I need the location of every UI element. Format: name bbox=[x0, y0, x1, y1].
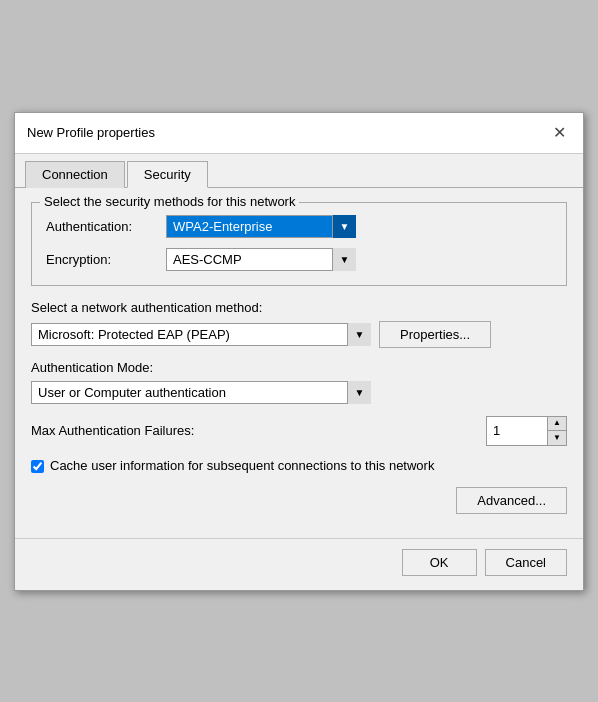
properties-button[interactable]: Properties... bbox=[379, 321, 491, 348]
network-auth-select-wrapper: Microsoft: Protected EAP (PEAP) Microsof… bbox=[31, 323, 371, 346]
dialog-title: New Profile properties bbox=[27, 125, 155, 140]
security-content: Select the security methods for this net… bbox=[15, 188, 583, 538]
tabs: Connection Security bbox=[15, 154, 583, 188]
spinner-up-button[interactable]: ▲ bbox=[548, 417, 566, 431]
tab-connection[interactable]: Connection bbox=[25, 161, 125, 188]
ok-button[interactable]: OK bbox=[402, 549, 477, 576]
spinner-down-button[interactable]: ▼ bbox=[548, 431, 566, 445]
encryption-label: Encryption: bbox=[46, 252, 166, 267]
max-failures-input[interactable] bbox=[487, 420, 547, 441]
network-auth-select[interactable]: Microsoft: Protected EAP (PEAP) Microsof… bbox=[31, 323, 371, 346]
cancel-button[interactable]: Cancel bbox=[485, 549, 567, 576]
security-methods-group: Select the security methods for this net… bbox=[31, 202, 567, 286]
advanced-button[interactable]: Advanced... bbox=[456, 487, 567, 514]
spinner-buttons: ▲ ▼ bbox=[547, 417, 566, 445]
auth-mode-section: Authentication Mode: User or Computer au… bbox=[31, 360, 567, 404]
tab-security[interactable]: Security bbox=[127, 161, 208, 188]
encryption-select-wrapper: AES-CCMP None TKIP ▼ bbox=[166, 248, 356, 271]
auth-mode-select[interactable]: User or Computer authentication User aut… bbox=[31, 381, 371, 404]
authentication-select[interactable]: WPA2-Enterprise Open WPA2-Personal bbox=[166, 215, 356, 238]
title-bar: New Profile properties ✕ bbox=[15, 113, 583, 154]
network-auth-label: Select a network authentication method: bbox=[31, 300, 567, 315]
auth-mode-label: Authentication Mode: bbox=[31, 360, 567, 375]
max-failures-label: Max Authentication Failures: bbox=[31, 423, 486, 438]
close-button[interactable]: ✕ bbox=[547, 121, 571, 145]
group-legend: Select the security methods for this net… bbox=[40, 194, 299, 209]
cache-label: Cache user information for subsequent co… bbox=[50, 458, 434, 473]
authentication-label: Authentication: bbox=[46, 219, 166, 234]
max-failures-row: Max Authentication Failures: ▲ ▼ bbox=[31, 416, 567, 446]
bottom-buttons: OK Cancel bbox=[15, 538, 583, 590]
dialog: New Profile properties ✕ Connection Secu… bbox=[14, 112, 584, 591]
encryption-row: Encryption: AES-CCMP None TKIP ▼ bbox=[46, 248, 552, 271]
authentication-select-wrapper: WPA2-Enterprise Open WPA2-Personal ▼ bbox=[166, 215, 356, 238]
cache-checkbox-row: Cache user information for subsequent co… bbox=[31, 458, 567, 473]
method-row: Microsoft: Protected EAP (PEAP) Microsof… bbox=[31, 321, 567, 348]
advanced-row: Advanced... bbox=[31, 487, 567, 514]
authentication-row: Authentication: WPA2-Enterprise Open WPA… bbox=[46, 215, 552, 238]
max-failures-spinner: ▲ ▼ bbox=[486, 416, 567, 446]
encryption-select[interactable]: AES-CCMP None TKIP bbox=[166, 248, 356, 271]
auth-mode-select-wrapper: User or Computer authentication User aut… bbox=[31, 381, 371, 404]
network-auth-section: Select a network authentication method: … bbox=[31, 300, 567, 348]
cache-checkbox[interactable] bbox=[31, 460, 44, 473]
